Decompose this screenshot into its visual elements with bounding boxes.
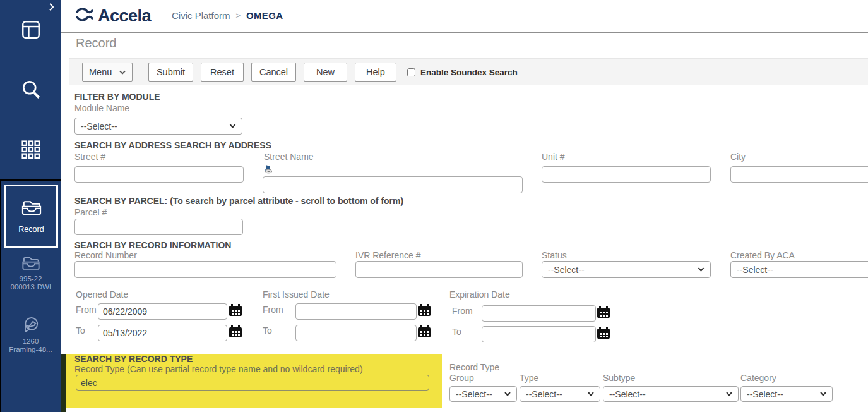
record-number-input[interactable] xyxy=(74,261,336,278)
calendar-icon[interactable] xyxy=(229,306,242,316)
chevron-down-icon xyxy=(726,392,732,396)
cancel-button[interactable]: Cancel xyxy=(251,63,296,82)
created-by-aca-select-value: --Select-- xyxy=(737,265,773,275)
soundex-group: Enable Soundex Search xyxy=(407,68,518,77)
chevron-down-icon xyxy=(119,70,126,75)
opened-from-input[interactable] xyxy=(98,303,227,320)
record-tray-icon xyxy=(21,255,41,275)
reset-button[interactable]: Reset xyxy=(201,63,244,82)
chevron-down-icon xyxy=(504,392,511,396)
ivr-reference-label: IVR Reference # xyxy=(355,250,421,260)
breadcrumb: Civic Platform > OMEGA xyxy=(172,10,283,21)
group-label: Group xyxy=(449,373,474,383)
record-number-label: Record Number xyxy=(74,250,137,260)
expiration-from-input[interactable] xyxy=(482,305,596,322)
sidebar-item-recent-inspection[interactable]: 1260 Framing-48... xyxy=(0,316,61,354)
type-select-value: --Select-- xyxy=(526,389,562,399)
module-name-label: Module Name xyxy=(74,103,129,113)
created-by-aca-select[interactable]: --Select-- xyxy=(730,261,868,278)
recent-record-id-line2: -000013-DWL xyxy=(8,283,54,291)
sidebar-item-recent-record[interactable]: 995-22 -000013-DWL xyxy=(0,255,61,291)
subtype-select-value: --Select-- xyxy=(609,389,646,399)
calendar-icon[interactable] xyxy=(418,306,431,316)
opened-to-input[interactable] xyxy=(98,325,227,341)
expiration-to-label: To xyxy=(452,327,461,337)
accela-logo-text: Accela xyxy=(98,6,151,26)
expiration-to-input[interactable] xyxy=(482,326,596,342)
group-select[interactable]: --Select-- xyxy=(449,386,517,402)
search-by-record-info-heading: SEARCH BY RECORD INFORMATION xyxy=(74,240,231,250)
opened-date-label: Opened Date xyxy=(76,289,128,300)
status-select[interactable]: --Select-- xyxy=(542,261,711,278)
chevron-down-icon xyxy=(588,392,594,396)
calendar-icon[interactable] xyxy=(597,308,610,318)
breadcrumb-page: OMEGA xyxy=(246,10,283,21)
category-select[interactable]: --Select-- xyxy=(740,386,833,402)
sidebar-expand-chevron-icon[interactable] xyxy=(48,3,55,14)
category-label: Category xyxy=(740,373,776,383)
recent-inspection-line2: Framing-48... xyxy=(9,346,52,354)
sidebar-left-edge xyxy=(0,179,1,412)
first-issued-to-label: To xyxy=(263,325,272,336)
calendar-icon[interactable] xyxy=(229,327,242,337)
new-button[interactable]: New xyxy=(304,63,347,82)
menu-button-label: Menu xyxy=(89,67,112,77)
breadcrumb-app[interactable]: Civic Platform xyxy=(172,10,230,21)
parcel-no-input[interactable] xyxy=(74,219,243,235)
search-icon[interactable] xyxy=(0,78,61,100)
highlight-edge xyxy=(61,354,66,412)
accela-logo-icon xyxy=(75,6,94,26)
first-issued-date-label: First Issued Date xyxy=(263,289,330,300)
subtype-label: Subtype xyxy=(603,373,635,383)
recent-inspection-line1: 1260 xyxy=(23,337,39,346)
created-by-aca-label: Created By ACA xyxy=(730,250,795,260)
accela-logo[interactable]: Accela xyxy=(75,6,151,26)
street-name-input[interactable] xyxy=(263,176,523,193)
toolbar: Menu Submit Reset Cancel New Help Enable… xyxy=(69,58,868,85)
filter-by-module-heading: FILTER BY MODULE xyxy=(74,92,160,102)
street-name-pronounce-icon[interactable] xyxy=(264,163,274,176)
submit-button[interactable]: Submit xyxy=(148,63,193,82)
chevron-down-icon xyxy=(698,267,705,272)
calendar-icon[interactable] xyxy=(597,329,610,339)
city-label: City xyxy=(730,152,746,162)
inspection-icon xyxy=(20,316,41,337)
unit-no-label: Unit # xyxy=(542,152,565,162)
chevron-down-icon xyxy=(229,124,236,128)
module-name-select-value: --Select-- xyxy=(81,121,117,131)
record-type-input[interactable] xyxy=(76,375,429,391)
header: Accela Civic Platform > OMEGA xyxy=(61,0,868,33)
calendar-icon[interactable] xyxy=(418,327,431,337)
layout-icon[interactable] xyxy=(0,19,61,40)
record-tray-icon xyxy=(20,199,43,221)
subtype-select[interactable]: --Select-- xyxy=(603,386,739,402)
sidebar-record-label: Record xyxy=(18,225,44,234)
type-select[interactable]: --Select-- xyxy=(520,386,600,402)
street-no-input[interactable] xyxy=(74,166,244,183)
search-by-record-type-heading: SEARCH BY RECORD TYPE xyxy=(74,354,193,364)
soundex-label[interactable]: Enable Soundex Search xyxy=(420,68,518,77)
expiration-date-label: Expiration Date xyxy=(449,289,510,300)
help-button[interactable]: Help xyxy=(355,63,396,82)
soundex-checkbox[interactable] xyxy=(407,68,415,76)
app-window: Record 995-22 -000013-DWL 1260 xyxy=(0,0,868,412)
app-grid-icon[interactable] xyxy=(0,139,61,160)
first-issued-from-label: From xyxy=(263,305,283,315)
chevron-down-icon xyxy=(820,392,826,396)
unit-no-input[interactable] xyxy=(542,166,711,183)
recent-record-id-line1: 995-22 xyxy=(20,275,42,283)
menu-button[interactable]: Menu xyxy=(82,63,133,82)
ivr-reference-input[interactable] xyxy=(355,261,523,278)
first-issued-to-input[interactable] xyxy=(295,325,417,341)
record-type-group-heading: Record Type xyxy=(449,362,499,372)
page-title: Record xyxy=(76,36,116,51)
expiration-from-label: From xyxy=(452,306,473,316)
city-input[interactable] xyxy=(730,166,868,183)
first-issued-from-input[interactable] xyxy=(295,303,417,320)
opened-from-label: From xyxy=(76,305,97,315)
type-label: Type xyxy=(520,373,538,383)
parcel-no-label: Parcel # xyxy=(74,207,107,217)
status-label: Status xyxy=(542,250,567,260)
sidebar-item-record[interactable]: Record xyxy=(4,185,58,248)
module-name-select[interactable]: --Select-- xyxy=(74,118,242,135)
